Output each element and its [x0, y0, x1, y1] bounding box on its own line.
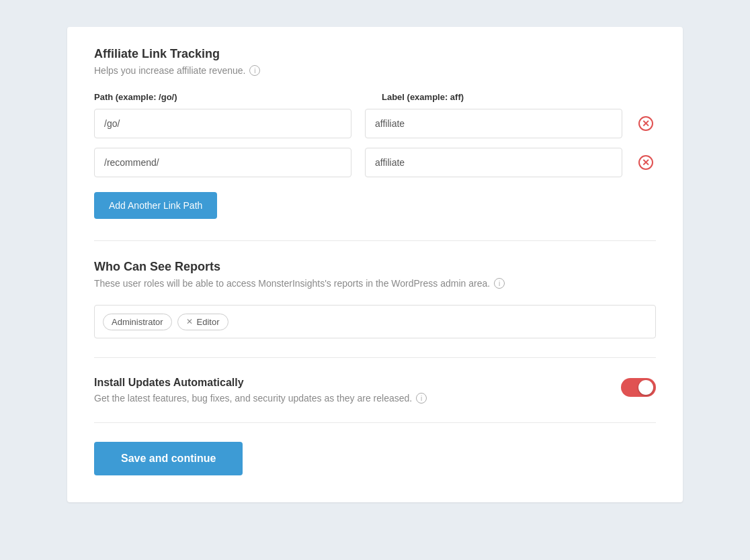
- path-input-1[interactable]: [94, 109, 351, 138]
- affiliate-info-icon[interactable]: i: [249, 65, 260, 76]
- main-card: Affiliate Link Tracking Helps you increa…: [67, 27, 683, 502]
- remove-row-2-button[interactable]: ✕: [636, 152, 656, 173]
- add-link-path-button[interactable]: Add Another Link Path: [94, 192, 217, 219]
- label-input-2[interactable]: [365, 148, 622, 177]
- install-updates-info-icon[interactable]: i: [416, 393, 427, 404]
- remove-row-1-button[interactable]: ✕: [636, 113, 656, 134]
- affiliate-desc: Helps you increase affiliate revenue. i: [94, 65, 656, 76]
- tag-administrator: Administrator: [103, 314, 172, 330]
- tag-editor: ✕ Editor: [177, 314, 228, 330]
- who-can-see-info-icon[interactable]: i: [494, 278, 505, 289]
- divider-2: [94, 357, 656, 358]
- path-input-2[interactable]: [94, 148, 351, 177]
- affiliate-title: Affiliate Link Tracking: [94, 47, 656, 61]
- install-updates-desc: Get the latest features, bug fixes, and …: [94, 393, 621, 404]
- who-can-see-desc: These user roles will be able to access …: [94, 278, 656, 289]
- affiliate-section: Affiliate Link Tracking Helps you increa…: [94, 47, 656, 222]
- label-input-1[interactable]: [365, 109, 622, 138]
- save-continue-button[interactable]: Save and continue: [94, 442, 243, 475]
- label-column-label: Label (example: aff): [382, 92, 656, 102]
- install-updates-section: Install Updates Automatically Get the la…: [94, 377, 656, 404]
- page-container: Affiliate Link Tracking Helps you increa…: [13, 13, 737, 560]
- tag-administrator-label: Administrator: [112, 317, 163, 327]
- link-path-row-2: ✕: [94, 148, 656, 177]
- install-updates-text: Install Updates Automatically Get the la…: [94, 377, 621, 404]
- tag-editor-label: Editor: [197, 317, 220, 327]
- who-can-see-title: Who Can See Reports: [94, 260, 656, 274]
- install-updates-title: Install Updates Automatically: [94, 377, 621, 389]
- who-can-see-section: Who Can See Reports These user roles wil…: [94, 260, 656, 338]
- divider-3: [94, 422, 656, 423]
- toggle-slider: [621, 378, 656, 397]
- fields-header: Path (example: /go/) Label (example: aff…: [94, 92, 656, 102]
- path-column-label: Path (example: /go/): [94, 92, 368, 102]
- remove-icon-2: ✕: [638, 155, 653, 170]
- remove-icon-1: ✕: [638, 116, 653, 131]
- tag-editor-remove-icon: ✕: [186, 317, 193, 326]
- install-updates-toggle[interactable]: [621, 378, 656, 397]
- divider-1: [94, 240, 656, 241]
- roles-tags-container[interactable]: Administrator ✕ Editor: [94, 305, 656, 338]
- link-path-row: ✕: [94, 109, 656, 138]
